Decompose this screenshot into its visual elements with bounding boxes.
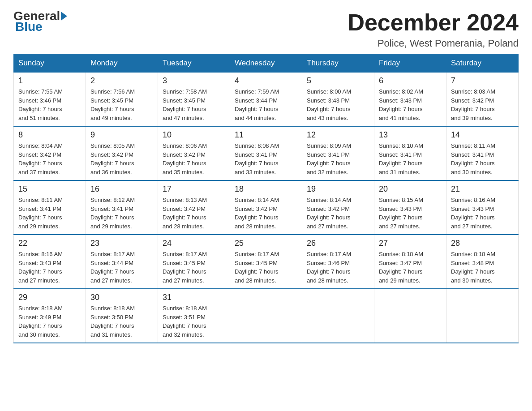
day-number: 25 <box>235 239 297 248</box>
col-header-monday: Monday <box>86 54 158 73</box>
col-header-sunday: Sunday <box>14 54 86 73</box>
day-info: Sunrise: 8:06 AM Sunset: 3:42 PM Dayligh… <box>163 141 225 176</box>
day-info: Sunrise: 8:09 AM Sunset: 3:41 PM Dayligh… <box>307 141 369 176</box>
day-info: Sunrise: 8:17 AM Sunset: 3:45 PM Dayligh… <box>163 250 225 285</box>
day-info: Sunrise: 8:18 AM Sunset: 3:47 PM Dayligh… <box>379 250 442 285</box>
calendar-cell: 29Sunrise: 8:18 AM Sunset: 3:49 PM Dayli… <box>14 289 86 343</box>
location: Police, West Pomerania, Poland <box>348 38 519 49</box>
day-info: Sunrise: 8:16 AM Sunset: 3:43 PM Dayligh… <box>451 196 514 231</box>
day-info: Sunrise: 8:18 AM Sunset: 3:49 PM Dayligh… <box>18 304 81 339</box>
calendar-cell: 18Sunrise: 8:14 AM Sunset: 3:42 PM Dayli… <box>230 180 302 235</box>
day-number: 8 <box>18 130 81 140</box>
logo-blue: Blue <box>13 20 43 34</box>
calendar-cell: 27Sunrise: 8:18 AM Sunset: 3:47 PM Dayli… <box>374 235 446 289</box>
calendar-cell <box>374 289 446 343</box>
day-info: Sunrise: 8:03 AM Sunset: 3:42 PM Dayligh… <box>451 87 514 122</box>
calendar-cell: 6Sunrise: 8:02 AM Sunset: 3:43 PM Daylig… <box>374 73 446 127</box>
calendar-week-1: 1Sunrise: 7:55 AM Sunset: 3:46 PM Daylig… <box>14 73 519 127</box>
calendar-cell: 16Sunrise: 8:12 AM Sunset: 3:41 PM Dayli… <box>86 180 158 235</box>
calendar-cell: 12Sunrise: 8:09 AM Sunset: 3:41 PM Dayli… <box>302 126 374 180</box>
day-number: 31 <box>163 293 225 302</box>
day-number: 1 <box>18 76 81 86</box>
day-number: 18 <box>235 184 297 194</box>
day-number: 4 <box>235 76 297 86</box>
calendar-week-3: 15Sunrise: 8:11 AM Sunset: 3:41 PM Dayli… <box>14 180 519 235</box>
day-number: 29 <box>18 293 81 302</box>
calendar-cell: 21Sunrise: 8:16 AM Sunset: 3:43 PM Dayli… <box>446 180 519 235</box>
calendar-cell: 23Sunrise: 8:17 AM Sunset: 3:44 PM Dayli… <box>86 235 158 289</box>
day-info: Sunrise: 8:10 AM Sunset: 3:41 PM Dayligh… <box>379 141 442 176</box>
day-info: Sunrise: 7:55 AM Sunset: 3:46 PM Dayligh… <box>18 87 81 122</box>
day-number: 28 <box>451 239 514 248</box>
day-info: Sunrise: 8:00 AM Sunset: 3:43 PM Dayligh… <box>307 87 369 122</box>
col-header-tuesday: Tuesday <box>158 54 230 73</box>
calendar-cell: 26Sunrise: 8:17 AM Sunset: 3:46 PM Dayli… <box>302 235 374 289</box>
day-info: Sunrise: 8:18 AM Sunset: 3:50 PM Dayligh… <box>90 304 153 339</box>
calendar-cell: 19Sunrise: 8:14 AM Sunset: 3:42 PM Dayli… <box>302 180 374 235</box>
calendar-cell: 11Sunrise: 8:08 AM Sunset: 3:41 PM Dayli… <box>230 126 302 180</box>
logo: General Blue <box>13 9 68 34</box>
day-number: 22 <box>18 239 81 248</box>
day-number: 27 <box>379 239 442 248</box>
calendar-cell: 10Sunrise: 8:06 AM Sunset: 3:42 PM Dayli… <box>158 126 230 180</box>
day-number: 15 <box>18 184 81 194</box>
day-info: Sunrise: 8:11 AM Sunset: 3:41 PM Dayligh… <box>18 196 81 231</box>
calendar-week-4: 22Sunrise: 8:16 AM Sunset: 3:43 PM Dayli… <box>14 235 519 289</box>
day-number: 14 <box>451 130 514 140</box>
day-number: 17 <box>163 184 225 194</box>
day-info: Sunrise: 8:15 AM Sunset: 3:43 PM Dayligh… <box>379 196 442 231</box>
day-info: Sunrise: 8:14 AM Sunset: 3:42 PM Dayligh… <box>235 196 297 231</box>
calendar-cell: 30Sunrise: 8:18 AM Sunset: 3:50 PM Dayli… <box>86 289 158 343</box>
month-title: December 2024 <box>348 9 519 36</box>
calendar-cell <box>446 289 519 343</box>
day-number: 13 <box>379 130 442 140</box>
day-info: Sunrise: 7:58 AM Sunset: 3:45 PM Dayligh… <box>163 87 225 122</box>
day-number: 12 <box>307 130 369 140</box>
day-info: Sunrise: 8:02 AM Sunset: 3:43 PM Dayligh… <box>379 87 442 122</box>
calendar-cell: 13Sunrise: 8:10 AM Sunset: 3:41 PM Dayli… <box>374 126 446 180</box>
day-number: 10 <box>163 130 225 140</box>
day-number: 2 <box>90 76 153 86</box>
col-header-friday: Friday <box>374 54 446 73</box>
day-number: 3 <box>163 76 225 86</box>
calendar-cell: 28Sunrise: 8:18 AM Sunset: 3:48 PM Dayli… <box>446 235 519 289</box>
day-number: 20 <box>379 184 442 194</box>
day-info: Sunrise: 7:56 AM Sunset: 3:45 PM Dayligh… <box>90 87 153 122</box>
day-info: Sunrise: 8:17 AM Sunset: 3:46 PM Dayligh… <box>307 250 369 285</box>
day-number: 23 <box>90 239 153 248</box>
calendar-cell: 15Sunrise: 8:11 AM Sunset: 3:41 PM Dayli… <box>14 180 86 235</box>
title-section: December 2024 Police, West Pomerania, Po… <box>348 9 519 49</box>
calendar-cell: 22Sunrise: 8:16 AM Sunset: 3:43 PM Dayli… <box>14 235 86 289</box>
col-header-wednesday: Wednesday <box>230 54 302 73</box>
day-info: Sunrise: 8:18 AM Sunset: 3:48 PM Dayligh… <box>451 250 514 285</box>
calendar-cell <box>230 289 302 343</box>
calendar-week-5: 29Sunrise: 8:18 AM Sunset: 3:49 PM Dayli… <box>14 289 519 343</box>
day-number: 19 <box>307 184 369 194</box>
day-info: Sunrise: 8:12 AM Sunset: 3:41 PM Dayligh… <box>90 196 153 231</box>
day-info: Sunrise: 8:17 AM Sunset: 3:45 PM Dayligh… <box>235 250 297 285</box>
col-header-thursday: Thursday <box>302 54 374 73</box>
day-number: 9 <box>90 130 153 140</box>
day-info: Sunrise: 7:59 AM Sunset: 3:44 PM Dayligh… <box>235 87 297 122</box>
calendar-cell: 31Sunrise: 8:18 AM Sunset: 3:51 PM Dayli… <box>158 289 230 343</box>
calendar-table: SundayMondayTuesdayWednesdayThursdayFrid… <box>13 54 519 343</box>
calendar-cell: 3Sunrise: 7:58 AM Sunset: 3:45 PM Daylig… <box>158 73 230 127</box>
calendar-cell: 2Sunrise: 7:56 AM Sunset: 3:45 PM Daylig… <box>86 73 158 127</box>
day-info: Sunrise: 8:13 AM Sunset: 3:42 PM Dayligh… <box>163 196 225 231</box>
calendar-cell: 1Sunrise: 7:55 AM Sunset: 3:46 PM Daylig… <box>14 73 86 127</box>
day-info: Sunrise: 8:14 AM Sunset: 3:42 PM Dayligh… <box>307 196 369 231</box>
day-number: 5 <box>307 76 369 86</box>
calendar-week-2: 8Sunrise: 8:04 AM Sunset: 3:42 PM Daylig… <box>14 126 519 180</box>
day-number: 7 <box>451 76 514 86</box>
calendar-cell: 17Sunrise: 8:13 AM Sunset: 3:42 PM Dayli… <box>158 180 230 235</box>
calendar-cell: 8Sunrise: 8:04 AM Sunset: 3:42 PM Daylig… <box>14 126 86 180</box>
calendar-cell: 24Sunrise: 8:17 AM Sunset: 3:45 PM Dayli… <box>158 235 230 289</box>
calendar-cell: 9Sunrise: 8:05 AM Sunset: 3:42 PM Daylig… <box>86 126 158 180</box>
day-number: 24 <box>163 239 225 248</box>
day-number: 21 <box>451 184 514 194</box>
logo-arrow-icon <box>61 12 67 21</box>
day-info: Sunrise: 8:11 AM Sunset: 3:41 PM Dayligh… <box>451 141 514 176</box>
day-number: 6 <box>379 76 442 86</box>
day-info: Sunrise: 8:04 AM Sunset: 3:42 PM Dayligh… <box>18 141 81 176</box>
day-number: 26 <box>307 239 369 248</box>
